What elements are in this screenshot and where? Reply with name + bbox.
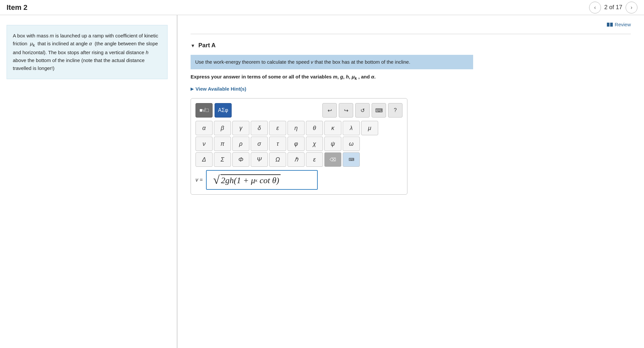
help-icon: ?	[394, 107, 397, 113]
collapse-arrow-icon[interactable]: ▼	[191, 43, 195, 48]
right-panel: Review ▼ Part A Use the work-energy theo…	[177, 15, 644, 348]
sym-delta-upper[interactable]: Δ	[196, 152, 213, 167]
navigation-controls: ‹ 2 of 17 ›	[589, 2, 637, 13]
sym-chi[interactable]: χ	[306, 137, 323, 151]
keyboard-switch-button[interactable]: ⌨	[343, 152, 360, 167]
hint-arrow-icon: ▶	[191, 87, 194, 91]
sym-nu[interactable]: ν	[196, 137, 213, 151]
problem-description: A box with mass m is launched up a ramp …	[7, 25, 168, 79]
sym-psi-lower[interactable]: ψ	[324, 137, 341, 151]
sym-omega-upper[interactable]: Ω	[269, 152, 286, 167]
express-text: Express your answer in terms of some or …	[191, 74, 473, 81]
math-mode-button[interactable]: ■√□	[196, 103, 213, 118]
review-icon	[607, 23, 613, 27]
sym-sigma-lower[interactable]: σ	[251, 137, 268, 151]
main-layout: A box with mass m is launched up a ramp …	[0, 15, 644, 348]
review-label: Review	[615, 22, 631, 27]
sym-varepsilon[interactable]: ε	[306, 152, 323, 167]
reset-icon: ↺	[360, 107, 365, 114]
sym-pi[interactable]: π	[214, 137, 231, 151]
sym-mu[interactable]: μ	[361, 121, 378, 135]
help-button[interactable]: ?	[388, 103, 402, 118]
sym-sigma-upper[interactable]: Σ	[214, 152, 231, 167]
greek-mode-label: ΑΣφ	[218, 107, 228, 113]
symbol-row-2: ν π ρ σ τ φ χ ψ ω	[196, 137, 402, 151]
reset-button[interactable]: ↺	[355, 103, 370, 118]
symbol-row-3: Δ Σ Φ Ψ Ω ℏ ε ⌫ ⌨	[196, 152, 402, 167]
undo-button[interactable]: ↩	[322, 103, 337, 118]
formula-display[interactable]: √ 2gh(1 + μκ cot θ)	[206, 170, 318, 190]
sym-kappa[interactable]: κ	[324, 121, 341, 135]
formula-label: v =	[196, 177, 203, 183]
sym-eta[interactable]: η	[288, 121, 305, 135]
undo-icon: ↩	[328, 107, 332, 114]
symbol-row-1: α β γ δ ε η θ κ λ μ	[196, 121, 402, 135]
part-a-header: ▼ Part A	[191, 42, 631, 49]
sqrt-content: 2gh(1 + μκ cot θ)	[220, 174, 281, 185]
sym-rho[interactable]: ρ	[232, 137, 249, 151]
sym-alpha[interactable]: α	[196, 121, 213, 135]
keyboard-toggle-button[interactable]: ⌨	[372, 103, 386, 118]
sym-phi-lower[interactable]: φ	[288, 137, 305, 151]
sym-theta[interactable]: θ	[306, 121, 323, 135]
nav-counter: 2 of 17	[604, 4, 622, 11]
keyboard-icon: ⌨	[375, 107, 383, 114]
backspace-button[interactable]: ⌫	[324, 152, 341, 167]
prev-button[interactable]: ‹	[589, 2, 601, 13]
sym-gamma[interactable]: γ	[232, 121, 249, 135]
sym-psi-upper[interactable]: Ψ	[251, 152, 268, 167]
math-mode-icon: ■√□	[199, 107, 209, 113]
review-button[interactable]: Review	[607, 22, 631, 27]
question-text-highlight: Use the work-energy theorem to calculate…	[191, 55, 473, 69]
page-title: Item 2	[7, 3, 28, 12]
sym-hbar[interactable]: ℏ	[288, 152, 305, 167]
hint-label: View Available Hint(s)	[196, 86, 246, 92]
math-expression: √ 2gh(1 + μκ cot θ)	[213, 174, 310, 186]
left-panel: A box with mass m is launched up a ramp …	[0, 15, 177, 348]
symbol-grid: α β γ δ ε η θ κ λ μ ν π ρ σ τ	[196, 121, 402, 167]
header: Item 2 ‹ 2 of 17 ›	[0, 0, 644, 15]
redo-icon: ↪	[344, 107, 348, 114]
math-input-area[interactable]: ■√□ ΑΣφ ↩ ↪ ↺ ⌨ ?	[191, 98, 407, 195]
sym-delta-lower[interactable]: δ	[251, 121, 268, 135]
next-button[interactable]: ›	[626, 2, 637, 13]
sym-omega-lower[interactable]: ω	[343, 137, 360, 151]
sym-phi-upper[interactable]: Φ	[232, 152, 249, 167]
math-toolbar: ■√□ ΑΣφ ↩ ↪ ↺ ⌨ ?	[196, 103, 402, 118]
divider	[191, 34, 631, 34]
redo-button[interactable]: ↪	[339, 103, 353, 118]
sqrt-symbol: √	[213, 174, 220, 186]
part-a-title: Part A	[198, 42, 216, 49]
greek-mode-button[interactable]: ΑΣφ	[215, 103, 232, 118]
formula-row: v = √ 2gh(1 + μκ cot θ)	[196, 170, 402, 190]
sqrt-wrapper: √ 2gh(1 + μκ cot θ)	[213, 174, 281, 186]
hint-link[interactable]: ▶ View Available Hint(s)	[191, 86, 631, 92]
sym-beta[interactable]: β	[214, 121, 231, 135]
sym-lambda[interactable]: λ	[343, 121, 360, 135]
sym-tau[interactable]: τ	[269, 137, 286, 151]
sym-epsilon[interactable]: ε	[269, 121, 286, 135]
review-bar: Review	[191, 22, 631, 27]
